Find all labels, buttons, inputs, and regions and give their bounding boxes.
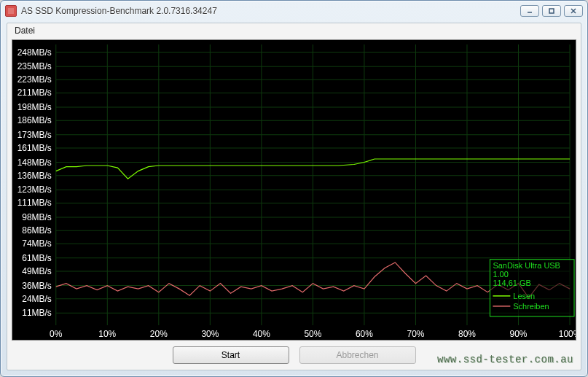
svg-text:61MB/s: 61MB/s <box>22 253 52 263</box>
svg-text:SanDisk Ultra USB: SanDisk Ultra USB <box>493 261 560 270</box>
svg-text:20%: 20% <box>150 329 168 339</box>
chart: 11MB/s24MB/s36MB/s49MB/s61MB/s74MB/s86MB… <box>12 39 576 341</box>
svg-text:136MB/s: 136MB/s <box>17 171 52 181</box>
menu-file[interactable]: Datei <box>15 26 35 36</box>
app-window: AS SSD Kompression-Benchmark 2.0.7316.34… <box>0 0 588 377</box>
window-title: AS SSD Kompression-Benchmark 2.0.7316.34… <box>21 6 520 16</box>
svg-text:98MB/s: 98MB/s <box>22 212 52 222</box>
svg-text:50%: 50% <box>304 329 321 339</box>
app-icon <box>5 5 17 17</box>
svg-text:30%: 30% <box>201 329 219 339</box>
minimize-button[interactable] <box>520 5 539 17</box>
svg-text:70%: 70% <box>407 329 424 339</box>
client-area: Datei 11MB/s24MB/s36MB/s49MB/s61MB/s74MB… <box>7 23 581 370</box>
svg-text:161MB/s: 161MB/s <box>17 143 52 153</box>
svg-text:223MB/s: 223MB/s <box>17 74 52 85</box>
watermark: www.ssd-tester.com.au <box>437 354 573 365</box>
window-controls <box>520 5 583 17</box>
svg-text:40%: 40% <box>253 329 270 339</box>
svg-text:0%: 0% <box>50 329 63 339</box>
svg-text:49MB/s: 49MB/s <box>22 266 52 276</box>
svg-text:11MB/s: 11MB/s <box>22 308 52 318</box>
svg-text:1.00: 1.00 <box>493 270 508 279</box>
svg-text:90%: 90% <box>510 329 528 339</box>
titlebar: AS SSD Kompression-Benchmark 2.0.7316.34… <box>1 1 587 21</box>
svg-rect-1 <box>549 9 554 13</box>
svg-text:173MB/s: 173MB/s <box>17 130 52 140</box>
svg-text:111MB/s: 111MB/s <box>17 198 52 208</box>
svg-text:198MB/s: 198MB/s <box>17 102 52 112</box>
svg-text:148MB/s: 148MB/s <box>17 158 52 168</box>
menu-bar: Datei <box>7 23 581 39</box>
svg-text:24MB/s: 24MB/s <box>22 294 52 304</box>
svg-text:211MB/s: 211MB/s <box>17 88 52 98</box>
svg-text:36MB/s: 36MB/s <box>22 281 52 291</box>
svg-text:114,61 GB: 114,61 GB <box>493 279 530 287</box>
maximize-button[interactable] <box>542 5 561 17</box>
svg-text:Schreiben: Schreiben <box>513 302 549 311</box>
start-button[interactable]: Start <box>173 346 289 364</box>
svg-text:100%: 100% <box>559 329 576 339</box>
svg-text:10%: 10% <box>98 329 116 339</box>
svg-text:123MB/s: 123MB/s <box>17 184 52 195</box>
svg-text:Lesen: Lesen <box>513 292 535 300</box>
svg-text:186MB/s: 186MB/s <box>17 115 52 125</box>
close-button[interactable] <box>564 5 583 17</box>
svg-text:80%: 80% <box>458 329 476 339</box>
cancel-button: Abbrechen <box>299 346 416 364</box>
svg-text:74MB/s: 74MB/s <box>22 238 52 249</box>
chart-svg: 11MB/s24MB/s36MB/s49MB/s61MB/s74MB/s86MB… <box>12 40 576 340</box>
svg-text:235MB/s: 235MB/s <box>17 61 52 71</box>
svg-text:86MB/s: 86MB/s <box>22 225 52 236</box>
svg-text:60%: 60% <box>356 329 373 339</box>
svg-text:248MB/s: 248MB/s <box>17 47 52 58</box>
